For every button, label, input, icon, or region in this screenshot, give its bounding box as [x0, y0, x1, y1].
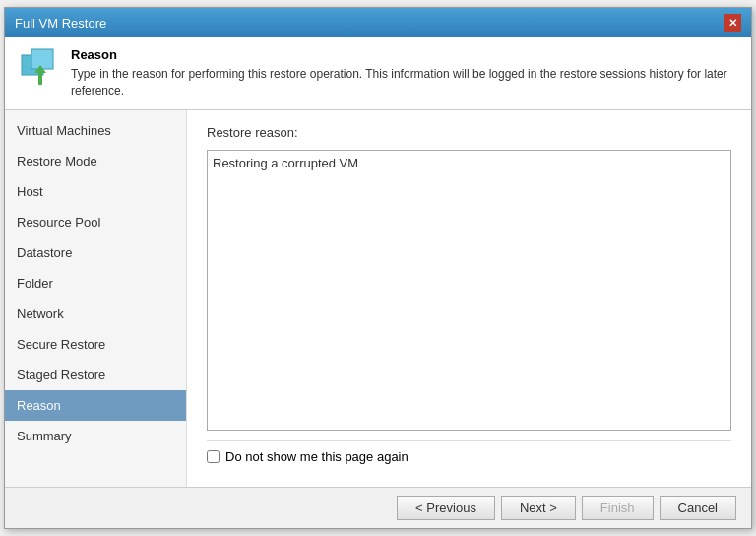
sidebar-item-datastore[interactable]: Datastore — [5, 237, 186, 268]
content-area: Virtual MachinesRestore ModeHostResource… — [5, 110, 751, 487]
restore-icon — [20, 47, 59, 87]
sidebar-item-restore-mode[interactable]: Restore Mode — [5, 146, 186, 176]
cancel-button[interactable]: Cancel — [660, 496, 736, 520]
sidebar-item-network[interactable]: Network — [5, 299, 186, 329]
do-not-show-checkbox[interactable] — [207, 450, 220, 463]
sidebar-item-reason[interactable]: Reason — [5, 390, 186, 421]
header-description: Type in the reason for performing this r… — [71, 66, 736, 100]
full-vm-restore-window: Full VM Restore ✕ Reason Type in the rea… — [4, 7, 752, 529]
next-button[interactable]: Next > — [501, 496, 576, 520]
header-area: Reason Type in the reason for performing… — [5, 37, 751, 110]
restore-reason-label: Restore reason: — [207, 125, 731, 140]
sidebar-item-staged-restore[interactable]: Staged Restore — [5, 360, 186, 390]
header-text: Reason Type in the reason for performing… — [71, 47, 736, 100]
sidebar-item-summary[interactable]: Summary — [5, 421, 186, 451]
sidebar-item-resource-pool[interactable]: Resource Pool — [5, 207, 186, 237]
title-bar: Full VM Restore ✕ — [5, 8, 751, 37]
svg-rect-1 — [32, 49, 53, 69]
sidebar-item-virtual-machines[interactable]: Virtual Machines — [5, 115, 186, 146]
checkbox-area: Do not show me this page again — [207, 440, 731, 472]
header-title: Reason — [71, 47, 736, 62]
checkbox-label: Do not show me this page again — [225, 449, 409, 464]
finish-button[interactable]: Finish — [582, 496, 654, 520]
window-title: Full VM Restore — [15, 16, 106, 31]
sidebar-item-host[interactable]: Host — [5, 176, 186, 207]
main-panel: Restore reason: Restoring a corrupted VM… — [187, 110, 751, 487]
close-button[interactable]: ✕ — [724, 14, 741, 32]
footer: < Previous Next > Finish Cancel — [5, 487, 751, 528]
sidebar-item-folder[interactable]: Folder — [5, 268, 186, 299]
sidebar-item-secure-restore[interactable]: Secure Restore — [5, 329, 186, 360]
sidebar: Virtual MachinesRestore ModeHostResource… — [5, 110, 187, 487]
previous-button[interactable]: < Previous — [397, 496, 495, 520]
restore-reason-textarea[interactable]: Restoring a corrupted VM — [207, 150, 731, 431]
